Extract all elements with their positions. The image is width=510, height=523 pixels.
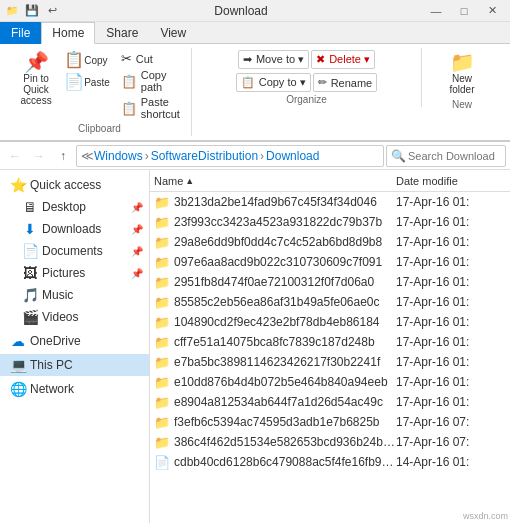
copy-path-button[interactable]: 📋 Copy path [118, 68, 183, 94]
copy-path-icon: 📋 [121, 74, 137, 89]
breadcrumb-softwaredist[interactable]: SoftwareDistribution [151, 149, 258, 163]
forward-button[interactable]: → [28, 145, 50, 167]
file-name: 2951fb8d474f0ae72100312f0f7d06a0 [174, 275, 396, 289]
search-input[interactable] [408, 150, 498, 162]
paste-button[interactable]: 📄 Paste [60, 72, 114, 92]
cut-button[interactable]: ✂ Cut [118, 50, 183, 67]
ribbon: File Home Share View 📌 Pin to Quickacces… [0, 22, 510, 142]
file-name: e10dd876b4d4b072b5e464b840a94eeb [174, 375, 396, 389]
undo-icon: ↩ [44, 3, 60, 19]
maximize-button[interactable]: □ [450, 0, 478, 22]
table-row[interactable]: 📁 85585c2eb56ea86af31b49a5fe06ae0c 17-Ap… [150, 292, 510, 312]
file-date: 17-Apr-16 01: [396, 375, 506, 389]
tab-view[interactable]: View [149, 22, 197, 44]
documents-icon: 📄 [22, 243, 38, 259]
copy-icon: 📋 [64, 52, 84, 68]
file-name: 29a8e6dd9bf0dd4c7c4c52ab6bd8d9b8 [174, 235, 396, 249]
file-name: e7ba5bc3898114623426217f30b2241f [174, 355, 396, 369]
column-date[interactable]: Date modifie [396, 175, 506, 187]
folder-icon: 📁 [154, 235, 170, 250]
file-name: 3b213da2be14fad9b67c45f34f34d046 [174, 195, 396, 209]
column-name[interactable]: Name ▲ [154, 175, 396, 187]
up-button[interactable]: ↑ [52, 145, 74, 167]
table-row[interactable]: 📁 e8904a812534ab644f7a1d26d54ac49c 17-Ap… [150, 392, 510, 412]
address-bar: ← → ↑ ≪ Windows › SoftwareDistribution ›… [0, 142, 510, 170]
move-to-icon: ➡ [243, 53, 252, 66]
rename-icon: ✏ [318, 76, 327, 89]
table-row[interactable]: 📁 f3efb6c5394ac74595d3adb1e7b6825b 17-Ap… [150, 412, 510, 432]
sidebar-item-thispc[interactable]: 💻 This PC [0, 354, 149, 376]
table-row[interactable]: 📁 097e6aa8acd9b022c310730609c7f091 17-Ap… [150, 252, 510, 272]
copy-button[interactable]: 📋 Copy [60, 50, 114, 70]
cut-icon: ✂ [121, 51, 132, 66]
table-row[interactable]: 📁 386c4f462d51534e582653bcd936b24b043...… [150, 432, 510, 452]
file-name: 23f993cc3423a4523a931822dc79b37b [174, 215, 396, 229]
file-name: cdbb40cd6128b6c479088ac5f4fe16fb917a... [174, 455, 396, 469]
copy-to-icon: 📋 [241, 76, 255, 89]
folder-icon: 📁 [154, 215, 170, 230]
sidebar-item-music[interactable]: 🎵 Music [0, 284, 149, 306]
videos-icon: 🎬 [22, 309, 38, 325]
search-box[interactable]: 🔍 [386, 145, 506, 167]
delete-button[interactable]: ✖ Delete ▾ [311, 50, 375, 69]
paste-shortcut-button[interactable]: 📋 Paste shortcut [118, 95, 183, 121]
organize-group: ➡ Move to ▾ ✖ Delete ▾ 📋 Copy to ▾ ✏ [192, 48, 422, 107]
table-row[interactable]: 📄 cdbb40cd6128b6c479088ac5f4fe16fb917a..… [150, 452, 510, 472]
table-row[interactable]: 📁 3b213da2be14fad9b67c45f34f34d046 17-Ap… [150, 192, 510, 212]
main-area: ⭐ Quick access 🖥 Desktop 📌 ⬇ Downloads 📌… [0, 170, 510, 523]
file-date: 17-Apr-16 01: [396, 395, 506, 409]
file-name: f3efb6c5394ac74595d3adb1e7b6825b [174, 415, 396, 429]
pictures-icon: 🖼 [22, 265, 38, 281]
sidebar-item-network[interactable]: 🌐 Network [0, 378, 149, 400]
sidebar-item-pictures[interactable]: 🖼 Pictures 📌 [0, 262, 149, 284]
breadcrumb-icon: ≪ [81, 149, 94, 163]
file-icon: 📄 [154, 455, 170, 470]
sidebar-item-desktop[interactable]: 🖥 Desktop 📌 [0, 196, 149, 218]
file-date: 17-Apr-16 01: [396, 315, 506, 329]
close-button[interactable]: ✕ [478, 0, 506, 22]
desktop-icon: 🖥 [22, 199, 38, 215]
sidebar-item-quickaccess[interactable]: ⭐ Quick access [0, 174, 149, 196]
delete-icon: ✖ [316, 53, 325, 66]
folder-icon: 📁 [154, 415, 170, 430]
move-to-button[interactable]: ➡ Move to ▾ [238, 50, 309, 69]
tab-share[interactable]: Share [95, 22, 149, 44]
tab-file[interactable]: File [0, 22, 41, 44]
table-row[interactable]: 📁 23f993cc3423a4523a931822dc79b37b 17-Ap… [150, 212, 510, 232]
breadcrumb-download[interactable]: Download [266, 149, 319, 163]
breadcrumb-windows[interactable]: Windows [94, 149, 143, 163]
table-row[interactable]: 📁 e7ba5bc3898114623426217f30b2241f 17-Ap… [150, 352, 510, 372]
back-button[interactable]: ← [4, 145, 26, 167]
sidebar-item-onedrive[interactable]: ☁ OneDrive [0, 330, 149, 352]
table-row[interactable]: 📁 e10dd876b4d4b072b5e464b840a94eeb 17-Ap… [150, 372, 510, 392]
new-label: New [452, 99, 472, 110]
organize-actions: ➡ Move to ▾ ✖ Delete ▾ 📋 Copy to ▾ ✏ [200, 50, 413, 92]
ribbon-content: 📌 Pin to Quickaccess 📋 Copy 📄 Paste [0, 44, 510, 141]
breadcrumb[interactable]: ≪ Windows › SoftwareDistribution › Downl… [76, 145, 384, 167]
sidebar-item-documents[interactable]: 📄 Documents 📌 [0, 240, 149, 262]
title-bar-icons: 📁 💾 ↩ [4, 3, 60, 19]
file-name: 104890cd2f9ec423e2bf78db4eb86184 [174, 315, 396, 329]
table-row[interactable]: 📁 cff7e51a14075bca8fc7839c187d248b 17-Ap… [150, 332, 510, 352]
pin-to-quick-button[interactable]: 📌 Pin to Quickaccess [16, 50, 56, 121]
table-row[interactable]: 📁 2951fb8d474f0ae72100312f0f7d06a0 17-Ap… [150, 272, 510, 292]
new-folder-button[interactable]: 📁 Newfolder [444, 50, 480, 97]
file-list: Name ▲ Date modifie 📁 3b213da2be14fad9b6… [150, 170, 510, 523]
file-date: 17-Apr-16 01: [396, 255, 506, 269]
rename-button[interactable]: ✏ Rename [313, 73, 378, 92]
table-row[interactable]: 📁 104890cd2f9ec423e2bf78db4eb86184 17-Ap… [150, 312, 510, 332]
copy-to-button[interactable]: 📋 Copy to ▾ [236, 73, 311, 92]
tab-home[interactable]: Home [41, 22, 95, 44]
file-date: 17-Apr-16 01: [396, 235, 506, 249]
quickaccess-icon: ⭐ [10, 177, 26, 193]
folder-icon: 📁 [154, 335, 170, 350]
sidebar-item-videos[interactable]: 🎬 Videos [0, 306, 149, 328]
window-controls: — □ ✕ [422, 0, 506, 22]
table-row[interactable]: 📁 29a8e6dd9bf0dd4c7c4c52ab6bd8d9b8 17-Ap… [150, 232, 510, 252]
folder-icon: 📁 [154, 435, 170, 450]
file-date: 14-Apr-16 01: [396, 455, 506, 469]
sidebar-item-downloads[interactable]: ⬇ Downloads 📌 [0, 218, 149, 240]
network-icon: 🌐 [10, 381, 26, 397]
file-date: 17-Apr-16 07: [396, 415, 506, 429]
minimize-button[interactable]: — [422, 0, 450, 22]
